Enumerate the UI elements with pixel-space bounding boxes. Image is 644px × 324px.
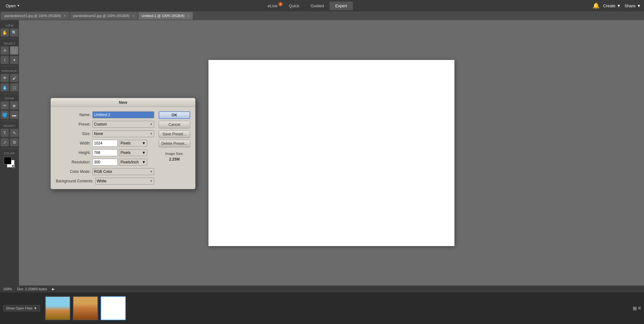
section-view-label: VIEW — [5, 24, 13, 27]
filmstrip-thumb-2[interactable] — [73, 296, 98, 320]
width-input-group: Pixels ▼ — [92, 140, 147, 147]
width-input[interactable] — [92, 140, 118, 147]
open-chevron-icon: ▼ — [17, 4, 20, 7]
magic-wand-button[interactable]: ✦ — [10, 56, 18, 64]
preset-select[interactable]: Custom ▼ — [92, 121, 154, 128]
marquee-tool-button[interactable]: ⬚ — [10, 46, 18, 55]
eraser-tool-button[interactable]: ◈ — [10, 101, 18, 109]
open-button[interactable]: Open ▼ — [3, 2, 22, 9]
zoom-tool-button[interactable]: 🔍 — [10, 28, 18, 37]
color-mode-row: Color Mode: RGB Color ▼ — [56, 168, 154, 175]
image-size-value: 2.25M — [159, 156, 190, 162]
save-preset-button[interactable]: Save Preset... — [159, 130, 190, 138]
size-select[interactable]: None ▼ — [92, 130, 154, 137]
preset-row: Preset: Custom ▼ — [56, 121, 154, 128]
dialog-titlebar: New — [51, 98, 195, 107]
bg-contents-arrow-icon: ▼ — [150, 180, 153, 183]
tab-elive[interactable]: eLive 1 — [262, 2, 283, 10]
mode-tabs: eLive 1 Quick Guided Expert — [262, 2, 353, 10]
close-tab-painteddesert2-icon[interactable]: ✕ — [132, 14, 135, 18]
tab-painteddesert2[interactable]: painteddesert2.jpg @ 100% (RGB/8) ✕ — [70, 12, 138, 20]
thumb-image-1 — [46, 297, 70, 320]
hand-tool-button[interactable]: ✋ — [1, 28, 9, 37]
foreground-color-swatch[interactable] — [4, 157, 11, 164]
cancel-button[interactable]: Cancel — [159, 121, 190, 128]
healing-button[interactable]: 💧 — [1, 83, 9, 91]
share-button[interactable]: Share ▼ — [624, 3, 641, 8]
open-label: Open — [6, 3, 16, 8]
resolution-input[interactable] — [92, 159, 118, 166]
paint-bucket-button[interactable]: 🪣 — [1, 111, 9, 119]
redeye-button[interactable]: 🖌 — [10, 74, 18, 82]
name-label: Name: — [56, 113, 91, 117]
height-input[interactable] — [92, 149, 118, 156]
ok-button[interactable]: OK — [159, 111, 190, 119]
width-unit-select[interactable]: Pixels ▼ — [119, 140, 147, 147]
select-tools-row2: ⌇ ✦ — [1, 56, 18, 64]
tab-untitled1[interactable]: Untitled-1 @ 100% (RGB/8) ✕ — [138, 12, 193, 20]
modal-overlay: New Name: Preset: Custom — [19, 20, 644, 286]
status-expand-icon[interactable]: ▶ — [52, 287, 55, 291]
filmstrip-grid-icon[interactable]: ⊞ — [633, 305, 637, 311]
canvas-area: New Name: Preset: Custom — [19, 20, 644, 286]
color-swatches[interactable]: ⇄ — [4, 157, 15, 168]
tab-expert[interactable]: Expert — [330, 2, 353, 10]
height-unit-select[interactable]: Pixels ▼ — [119, 149, 147, 156]
size-select-arrow-icon: ▼ — [150, 132, 153, 135]
resolution-label: Resolution: — [56, 160, 91, 164]
filmstrip-thumb-3[interactable] — [101, 296, 126, 320]
zoom-level: 100% — [3, 287, 12, 291]
eye-tool-button[interactable]: 👁 — [1, 74, 9, 82]
preset-label: Preset: — [56, 122, 91, 127]
view-tools-row: ✋ 🔍 — [1, 28, 18, 37]
filmstrip-list-icon[interactable]: ≡ — [638, 305, 641, 311]
new-document-dialog: New Name: Preset: Custom — [50, 98, 196, 189]
tab-quick[interactable]: Quick — [283, 2, 305, 10]
resolution-row: Resolution: Pixels/Inch ▼ — [56, 159, 154, 166]
draw-tools-row2: 🪣 ▬ — [1, 111, 18, 119]
sidebar-divider-2 — [2, 66, 17, 66]
image-size-info: Image Size: 2.25M — [159, 151, 190, 163]
section-enhance-label: ENHANCE — [2, 69, 17, 73]
text-tool-button[interactable]: T — [1, 129, 9, 137]
filmstrip-right: ⊞ ≡ — [633, 305, 641, 311]
move-tool-button[interactable]: ✛ — [1, 46, 9, 55]
close-tab-painteddesert1-icon[interactable]: ✕ — [63, 14, 66, 18]
resolution-unit-select[interactable]: Pixels/Inch ▼ — [119, 159, 147, 166]
main-area: VIEW ✋ 🔍 SELECT ✛ ⬚ ⌇ ✦ ENHANCE 👁 🖌 💧 ◻ … — [0, 20, 644, 286]
crop-button[interactable]: ⧉ — [10, 138, 18, 146]
tab-painteddesert1[interactable]: painteddesert1.jpg @ 100% (RGB/8) ✕ — [1, 12, 69, 20]
select-tools-row: ✛ ⬚ — [1, 46, 18, 55]
height-unit-arrow-icon: ▼ — [142, 150, 146, 155]
delete-preset-button[interactable]: Delete Preset... — [159, 140, 190, 147]
color-swatch-area: ⇄ — [4, 157, 15, 168]
dialog-body: Name: Preset: Custom ▼ — [51, 107, 195, 189]
close-tab-untitled1-icon[interactable]: ✕ — [187, 14, 190, 18]
transform-button[interactable]: ⤢ — [1, 138, 9, 146]
modify-tools-row2: ⤢ ⧉ — [1, 138, 18, 146]
clone-button[interactable]: ◻ — [10, 83, 18, 91]
bg-contents-select[interactable]: White ▼ — [95, 178, 154, 185]
name-row: Name: — [56, 111, 154, 118]
section-select-label: SELECT — [3, 42, 15, 45]
top-bar-right: 🔔 Create ▼ Share ▼ — [593, 2, 641, 9]
pencil-tool-button[interactable]: ✎ — [10, 129, 18, 137]
lasso-tool-button[interactable]: ⌇ — [1, 56, 9, 64]
filmstrip-thumb-1[interactable] — [45, 296, 70, 320]
brush-tool-button[interactable]: ✏ — [1, 101, 9, 109]
document-tabs-bar: painteddesert1.jpg @ 100% (RGB/8) ✕ pain… — [0, 11, 644, 20]
filmstrip: Show Open Files ▼ ⊞ ≡ — [0, 292, 644, 324]
dialog-buttons: OK Cancel Save Preset... Delete Preset..… — [159, 111, 190, 185]
notification-bell-icon[interactable]: 🔔 — [593, 2, 600, 9]
doc-info: Doc: 2.25M/0 bytes — [17, 287, 47, 291]
color-mode-select[interactable]: RGB Color ▼ — [92, 168, 154, 175]
create-button[interactable]: Create ▼ — [603, 3, 621, 8]
sidebar-divider-5 — [2, 148, 17, 149]
color-mode-arrow-icon: ▼ — [150, 170, 153, 173]
name-input[interactable] — [92, 111, 154, 118]
tab-guided[interactable]: Guided — [305, 2, 330, 10]
elive-badge: 1 — [278, 2, 283, 6]
show-open-files-select[interactable]: Show Open Files ▼ — [3, 305, 40, 311]
swap-colors-icon[interactable]: ⇄ — [12, 165, 15, 168]
shape-tool-button[interactable]: ▬ — [10, 111, 18, 119]
